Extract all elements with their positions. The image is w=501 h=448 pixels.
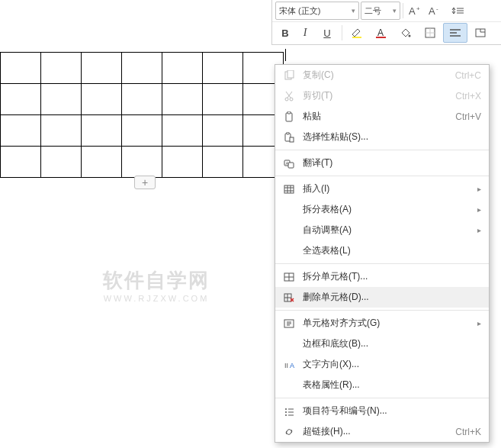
table-cell[interactable] bbox=[41, 115, 82, 147]
highlight-button[interactable] bbox=[345, 24, 368, 42]
menu-label: 项目符号和编号(N)... bbox=[303, 404, 481, 417]
table-cell[interactable] bbox=[1, 84, 41, 115]
svg-text:-: - bbox=[436, 5, 438, 12]
document-table[interactable] bbox=[0, 52, 284, 178]
font-color-button[interactable]: A bbox=[370, 24, 393, 42]
table-cell[interactable] bbox=[82, 147, 122, 178]
svg-rect-27 bbox=[287, 132, 289, 134]
menu-item-paste-special[interactable]: 选择性粘贴(S)... bbox=[275, 127, 489, 147]
menu-item-text-direction[interactable]: IIA 文字方向(X)... bbox=[275, 354, 489, 375]
menu-label: 超链接(H)... bbox=[303, 425, 455, 438]
menu-item-table-properties[interactable]: 表格属性(R)... bbox=[275, 375, 489, 395]
menu-label: 翻译(T) bbox=[303, 156, 481, 169]
table-cell[interactable] bbox=[122, 115, 162, 147]
menu-label: 粘贴 bbox=[303, 110, 455, 123]
menu-label: 单元格对齐方式(G) bbox=[303, 317, 474, 330]
table-row bbox=[1, 147, 284, 178]
bullets-icon bbox=[281, 406, 297, 417]
menu-item-autofit[interactable]: 自动调整(A) ▸ bbox=[275, 220, 489, 240]
menu-item-delete-cells[interactable]: 删除单元格(D)... bbox=[275, 287, 489, 308]
table-cell[interactable] bbox=[1, 53, 41, 84]
table-row bbox=[1, 115, 284, 147]
svg-text:II: II bbox=[284, 362, 288, 369]
font-family-value: 宋体 (正文) bbox=[279, 5, 320, 17]
menu-item-bullets[interactable]: 项目符号和编号(N)... bbox=[275, 401, 489, 421]
increase-font-button[interactable]: A+ bbox=[406, 2, 425, 20]
table-cell[interactable] bbox=[162, 147, 203, 178]
menu-item-translate[interactable]: A 翻译(T) bbox=[275, 153, 489, 173]
svg-text:+: + bbox=[416, 5, 420, 12]
menu-label: 复制(C) bbox=[303, 69, 455, 82]
table-cell[interactable] bbox=[122, 147, 162, 178]
chevron-down-icon: ▾ bbox=[393, 7, 397, 15]
table-cell[interactable] bbox=[203, 147, 243, 178]
table-cell[interactable] bbox=[162, 115, 203, 147]
table-cell[interactable] bbox=[122, 53, 162, 84]
translate-icon: A bbox=[281, 158, 297, 169]
table-cell[interactable] bbox=[41, 53, 82, 84]
borders-button[interactable] bbox=[419, 24, 442, 42]
text-cursor bbox=[285, 49, 286, 61]
formatting-toolbar: 宋体 (正文) ▾ 二号 ▾ A+ A- B I U A bbox=[271, 0, 501, 45]
highlight-icon bbox=[350, 27, 364, 39]
table-cell[interactable] bbox=[41, 84, 82, 115]
menu-item-cut[interactable]: 剪切(T) Ctrl+X bbox=[275, 85, 489, 106]
svg-point-10 bbox=[409, 35, 411, 37]
menu-item-copy[interactable]: 复制(C) Ctrl+C bbox=[275, 65, 489, 85]
menu-item-split-table[interactable]: 拆分表格(A) ▸ bbox=[275, 199, 489, 220]
layout-icon bbox=[474, 27, 487, 38]
paragraph-layout-button[interactable] bbox=[469, 24, 492, 42]
svg-text:A: A bbox=[377, 27, 384, 38]
paste-special-icon bbox=[281, 132, 297, 143]
svg-rect-25 bbox=[287, 111, 291, 114]
svg-text:A: A bbox=[429, 5, 435, 17]
menu-item-split-cells[interactable]: 拆分单元格(T)... bbox=[275, 266, 489, 287]
font-size-value: 二号 bbox=[365, 5, 381, 17]
menu-item-borders[interactable]: 边框和底纹(B)... bbox=[275, 334, 489, 354]
table-cell[interactable] bbox=[122, 84, 162, 115]
menu-item-select-table[interactable]: 全选表格(L) bbox=[275, 240, 489, 261]
underline-button[interactable]: U bbox=[316, 24, 339, 42]
menu-separator bbox=[275, 310, 489, 311]
table-row bbox=[1, 53, 284, 84]
watermark: 软件自学网 WWW.RJZXW.COM bbox=[80, 267, 233, 303]
table-cell[interactable] bbox=[162, 53, 203, 84]
table-cell[interactable] bbox=[1, 147, 41, 178]
submenu-arrow-icon: ▸ bbox=[477, 185, 481, 193]
chevron-down-icon: ▾ bbox=[352, 7, 355, 15]
table-cell[interactable] bbox=[203, 53, 243, 84]
table-cell[interactable] bbox=[82, 115, 122, 147]
font-size-select[interactable]: 二号 ▾ bbox=[361, 2, 400, 20]
align-button[interactable] bbox=[443, 23, 467, 43]
menu-shortcut: Ctrl+X bbox=[455, 91, 481, 102]
table-cell[interactable] bbox=[82, 53, 122, 84]
separator bbox=[403, 3, 403, 18]
table-cell[interactable] bbox=[203, 84, 243, 115]
decrease-font-icon: A- bbox=[429, 5, 442, 17]
shading-button[interactable] bbox=[394, 24, 417, 42]
menu-item-paste[interactable]: 粘贴 Ctrl+V bbox=[275, 106, 489, 127]
font-family-select[interactable]: 宋体 (正文) ▾ bbox=[275, 2, 359, 20]
table-cell[interactable] bbox=[82, 84, 122, 115]
italic-button[interactable]: I bbox=[296, 24, 314, 42]
cell-align-icon bbox=[281, 318, 297, 329]
svg-rect-19 bbox=[287, 70, 294, 78]
menu-label: 自动调整(A) bbox=[303, 224, 474, 237]
bold-button[interactable]: B bbox=[276, 24, 294, 42]
menu-item-hyperlink[interactable]: 超链接(H)... Ctrl+K bbox=[275, 421, 489, 442]
table-cell[interactable] bbox=[203, 115, 243, 147]
svg-rect-28 bbox=[290, 137, 294, 142]
split-cells-icon bbox=[281, 272, 297, 282]
separator bbox=[342, 25, 342, 40]
menu-item-cell-align[interactable]: 单元格对齐方式(G) ▸ bbox=[275, 313, 489, 334]
svg-point-21 bbox=[290, 98, 293, 101]
table-cell[interactable] bbox=[41, 147, 82, 178]
decrease-font-button[interactable]: A- bbox=[426, 2, 445, 20]
table-cell[interactable] bbox=[162, 84, 203, 115]
line-spacing-button[interactable] bbox=[446, 2, 469, 20]
add-row-button[interactable]: + bbox=[134, 176, 156, 189]
menu-item-insert[interactable]: 插入(I) ▸ bbox=[275, 179, 489, 199]
menu-label: 表格属性(R)... bbox=[303, 379, 481, 392]
table-cell[interactable] bbox=[1, 115, 41, 147]
watermark-title: 软件自学网 bbox=[80, 267, 233, 294]
